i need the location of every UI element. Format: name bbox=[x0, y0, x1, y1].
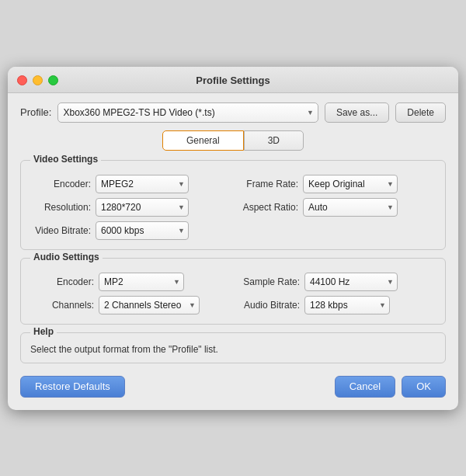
sample-rate-label: Sample Rate: bbox=[236, 276, 300, 287]
audio-encoder-label: Encoder: bbox=[30, 276, 94, 287]
video-bitrate-label: Video Bitrate: bbox=[30, 225, 91, 236]
profile-label: Profile: bbox=[20, 106, 51, 118]
encoder-select[interactable]: MPEG2 bbox=[96, 175, 189, 193]
resolution-select[interactable]: 1280*720 bbox=[96, 198, 189, 217]
framerate-label: Frame Rate: bbox=[236, 179, 298, 189]
resolution-field: Resolution: 1280*720 ▼ bbox=[30, 198, 230, 217]
channels-label: Channels: bbox=[30, 300, 94, 311]
sample-rate-select[interactable]: 44100 Hz bbox=[304, 273, 398, 291]
maximize-button[interactable] bbox=[48, 75, 58, 85]
profile-settings-window: Profile Settings Profile: Xbox360 MPEG2-… bbox=[8, 67, 458, 410]
audio-row-1: Encoder: MP2 ▼ Sample Rate: 44100 Hz bbox=[30, 273, 436, 291]
encoder-field: Encoder: MPEG2 ▼ bbox=[30, 175, 230, 193]
tab-3d[interactable]: 3D bbox=[244, 130, 304, 151]
video-settings-section: Video Settings Encoder: MPEG2 ▼ Frame Ra… bbox=[20, 160, 446, 250]
minimize-button[interactable] bbox=[33, 75, 43, 85]
title-bar: Profile Settings bbox=[8, 67, 458, 93]
audio-bitrate-select-wrapper: 128 kbps ▼ bbox=[304, 296, 390, 314]
audio-row-2: Channels: 2 Channels Stereo ▼ Audio Bitr… bbox=[30, 296, 436, 314]
audio-settings-section: Audio Settings Encoder: MP2 ▼ Sample Rat… bbox=[20, 258, 446, 325]
video-settings-title: Video Settings bbox=[30, 154, 101, 165]
video-bitrate-select[interactable]: 6000 kbps bbox=[96, 221, 189, 240]
video-bitrate-field: Video Bitrate: 6000 kbps ▼ bbox=[30, 221, 436, 240]
tabs-row: General 3D bbox=[20, 130, 446, 151]
bottom-right-buttons: Cancel OK bbox=[335, 376, 446, 398]
encoder-select-wrapper: MPEG2 ▼ bbox=[96, 175, 189, 193]
framerate-select[interactable]: Keep Original bbox=[303, 175, 398, 193]
video-row-2: Resolution: 1280*720 ▼ Aspect Ratio: Aut… bbox=[30, 198, 436, 217]
help-title: Help bbox=[30, 326, 57, 337]
audio-bitrate-select[interactable]: 128 kbps bbox=[304, 296, 390, 314]
channels-select[interactable]: 2 Channels Stereo bbox=[99, 296, 200, 314]
aspect-ratio-select-wrapper: Auto ▼ bbox=[303, 198, 398, 217]
aspect-ratio-select[interactable]: Auto bbox=[303, 198, 398, 217]
aspect-ratio-label: Aspect Ratio: bbox=[236, 202, 298, 213]
profile-select-wrapper: Xbox360 MPEG2-TS HD Video (*.ts) ▼ bbox=[57, 102, 318, 123]
main-content: Profile: Xbox360 MPEG2-TS HD Video (*.ts… bbox=[8, 93, 458, 410]
profile-row: Profile: Xbox360 MPEG2-TS HD Video (*.ts… bbox=[20, 102, 446, 123]
framerate-select-wrapper: Keep Original ▼ bbox=[303, 175, 398, 193]
audio-encoder-field: Encoder: MP2 ▼ bbox=[30, 273, 230, 291]
channels-select-wrapper: 2 Channels Stereo ▼ bbox=[99, 296, 200, 314]
audio-encoder-select[interactable]: MP2 bbox=[99, 273, 184, 291]
restore-defaults-button[interactable]: Restore Defaults bbox=[20, 376, 125, 398]
traffic-lights bbox=[17, 75, 58, 85]
audio-bitrate-field: Audio Bitrate: 128 kbps ▼ bbox=[236, 296, 436, 314]
audio-settings-title: Audio Settings bbox=[30, 252, 103, 262]
framerate-field: Frame Rate: Keep Original ▼ bbox=[236, 175, 436, 193]
video-bitrate-select-wrapper: 6000 kbps ▼ bbox=[96, 221, 189, 240]
window-title: Profile Settings bbox=[196, 75, 270, 86]
profile-select[interactable]: Xbox360 MPEG2-TS HD Video (*.ts) bbox=[57, 102, 318, 123]
aspect-ratio-field: Aspect Ratio: Auto ▼ bbox=[236, 198, 436, 217]
delete-button[interactable]: Delete bbox=[395, 102, 446, 123]
tab-general[interactable]: General bbox=[162, 130, 244, 151]
help-section: Help Select the output format from the "… bbox=[20, 332, 446, 363]
save-as-button[interactable]: Save as... bbox=[325, 102, 389, 123]
video-row-1: Encoder: MPEG2 ▼ Frame Rate: Keep Origin… bbox=[30, 175, 436, 193]
cancel-button[interactable]: Cancel bbox=[335, 376, 395, 398]
audio-encoder-select-wrapper: MP2 ▼ bbox=[99, 273, 184, 291]
close-button[interactable] bbox=[17, 75, 27, 85]
channels-field: Channels: 2 Channels Stereo ▼ bbox=[30, 296, 230, 314]
audio-bitrate-label: Audio Bitrate: bbox=[236, 300, 300, 311]
resolution-select-wrapper: 1280*720 ▼ bbox=[96, 198, 189, 217]
ok-button[interactable]: OK bbox=[402, 376, 446, 398]
help-text: Select the output format from the "Profi… bbox=[30, 344, 436, 355]
resolution-label: Resolution: bbox=[30, 202, 91, 213]
bottom-bar: Restore Defaults Cancel OK bbox=[20, 373, 446, 402]
encoder-label: Encoder: bbox=[30, 179, 91, 189]
sample-rate-field: Sample Rate: 44100 Hz ▼ bbox=[236, 273, 436, 291]
sample-rate-select-wrapper: 44100 Hz ▼ bbox=[304, 273, 398, 291]
